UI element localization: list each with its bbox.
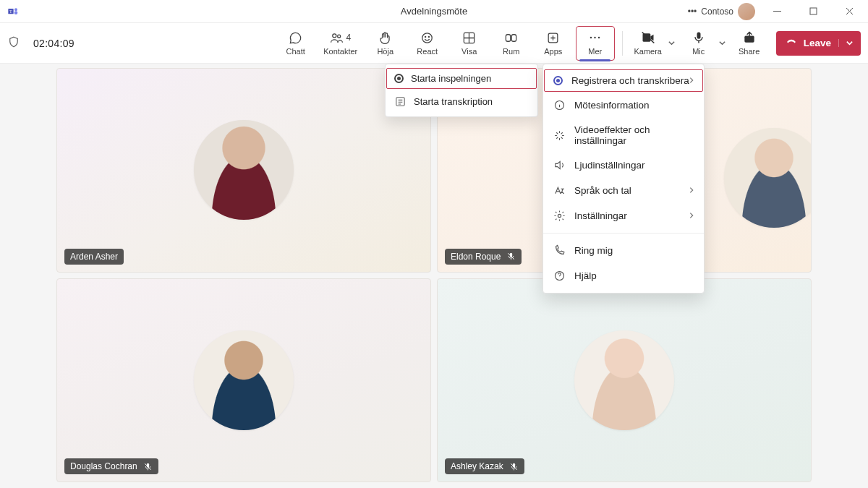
- more-menu: Registrera och transkribera Mötesinforma…: [542, 64, 705, 294]
- maximize-button[interactable]: [799, 1, 827, 22]
- participant-nametag: Ashley Kazak: [445, 458, 524, 474]
- mic-icon: [692, 31, 706, 45]
- people-button[interactable]: 4 Kontakter: [318, 26, 363, 61]
- mic-off-icon: [506, 252, 516, 261]
- more-icon: [588, 31, 602, 45]
- chevron-right-icon: [688, 185, 695, 196]
- record-submenu: Starta inspelningen Starta transkription: [385, 64, 538, 117]
- camera-off-icon: [641, 31, 655, 45]
- leave-button[interactable]: Leave: [776, 31, 861, 56]
- apps-button[interactable]: Apps: [534, 26, 573, 61]
- menu-item-call-me[interactable]: Ring mig: [543, 238, 704, 263]
- menu-item-start-transcription[interactable]: Starta transkription: [386, 90, 537, 114]
- meeting-toolbar: 02:04:09 Chatt 4 Kontakter Höja React Vi…: [0, 23, 868, 64]
- react-button[interactable]: React: [408, 26, 447, 61]
- participants-grid: Arden Asher Eldon Roque Douglas Cochran …: [0, 64, 868, 488]
- mic-off-icon: [143, 462, 153, 471]
- shield-icon[interactable]: [7, 35, 20, 51]
- speaker-icon: [553, 159, 566, 171]
- menu-item-help[interactable]: Hjälp: [543, 263, 704, 288]
- svg-point-7: [422, 33, 432, 42]
- sparkle-icon: [553, 129, 566, 142]
- close-button[interactable]: [835, 1, 864, 22]
- gear-icon: [553, 210, 566, 222]
- org-name: Contoso: [701, 7, 733, 17]
- svg-point-9: [429, 36, 430, 37]
- participant-avatar: [724, 128, 812, 228]
- menu-item-audio-settings[interactable]: Ljudinställningar: [543, 153, 704, 178]
- menu-item-start-recording[interactable]: Starta inspelningen: [386, 67, 537, 90]
- user-avatar: [738, 3, 755, 20]
- chat-button[interactable]: Chatt: [276, 26, 315, 61]
- menu-item-language-speech[interactable]: Språk och tal: [543, 178, 704, 203]
- leave-icon: [785, 35, 798, 51]
- svg-rect-12: [512, 34, 516, 41]
- participant-nametag: Eldon Roque: [445, 249, 522, 265]
- org-switcher[interactable]: ••• Contoso: [688, 3, 755, 20]
- record-icon: [394, 74, 404, 83]
- participant-avatar: [194, 330, 294, 430]
- mic-options-chevron[interactable]: [717, 26, 728, 61]
- participant-tile[interactable]: Douglas Cochran: [56, 278, 431, 483]
- menu-item-record-transcribe[interactable]: Registrera och transkribera: [543, 69, 704, 93]
- svg-point-5: [333, 33, 336, 37]
- svg-rect-4: [810, 8, 817, 14]
- chevron-right-icon: [688, 210, 695, 221]
- participant-avatar: [574, 330, 674, 430]
- svg-point-1: [14, 8, 17, 11]
- more-button[interactable]: Mer: [576, 26, 615, 61]
- phone-icon: [553, 244, 566, 257]
- teams-logo-icon: T: [7, 6, 19, 17]
- chat-icon: [289, 31, 302, 45]
- view-button[interactable]: Visa: [450, 26, 489, 61]
- svg-point-16: [598, 37, 600, 39]
- menu-item-video-effects[interactable]: Videoeffekter och inställningar: [543, 118, 704, 153]
- menu-item-meeting-info[interactable]: Mötesinformation: [543, 93, 704, 118]
- svg-point-6: [338, 35, 341, 38]
- toolbar-separator: [622, 31, 623, 56]
- svg-rect-18: [697, 33, 700, 39]
- apps-icon: [546, 31, 560, 45]
- participant-nametag: Douglas Cochran: [64, 458, 158, 474]
- svg-point-14: [590, 37, 592, 39]
- chevron-right-icon: [688, 75, 695, 86]
- raise-hand-icon: [378, 31, 392, 45]
- svg-point-8: [425, 36, 426, 37]
- language-icon: [553, 184, 566, 197]
- svg-point-28: [558, 214, 561, 217]
- record-icon: [553, 76, 563, 85]
- meeting-timer: 02:04:09: [33, 38, 75, 49]
- menu-separator: [543, 233, 704, 234]
- help-icon: [553, 270, 566, 282]
- people-icon: 4: [330, 31, 351, 45]
- transcription-icon: [394, 95, 407, 108]
- participant-tile[interactable]: Ashley Kazak: [437, 278, 812, 483]
- participant-avatar: [194, 120, 294, 220]
- ellipsis-icon: •••: [688, 7, 697, 17]
- share-button[interactable]: Share: [731, 26, 767, 61]
- mic-button[interactable]: Mic: [681, 26, 717, 61]
- view-icon: [462, 31, 476, 45]
- mic-off-icon: [509, 462, 519, 471]
- leave-options-chevron[interactable]: [838, 39, 854, 47]
- leave-label: Leave: [804, 38, 831, 48]
- svg-point-15: [594, 37, 596, 39]
- rooms-icon: [504, 31, 518, 45]
- rooms-button[interactable]: Rum: [492, 26, 531, 61]
- titlebar: T Avdelningsmöte ••• Contoso: [0, 0, 868, 23]
- share-icon: [742, 31, 757, 45]
- svg-rect-2: [14, 11, 18, 14]
- camera-options-chevron[interactable]: [666, 26, 678, 61]
- participant-nametag: Arden Asher: [64, 249, 124, 265]
- raise-hand-button[interactable]: Höja: [366, 26, 405, 61]
- camera-button[interactable]: Kamera: [630, 26, 666, 61]
- react-icon: [420, 31, 434, 45]
- svg-rect-11: [506, 34, 511, 41]
- info-icon: [553, 99, 566, 111]
- menu-item-settings[interactable]: Inställningar: [543, 203, 704, 228]
- participant-tile[interactable]: Arden Asher: [56, 68, 431, 273]
- minimize-button[interactable]: [762, 1, 791, 22]
